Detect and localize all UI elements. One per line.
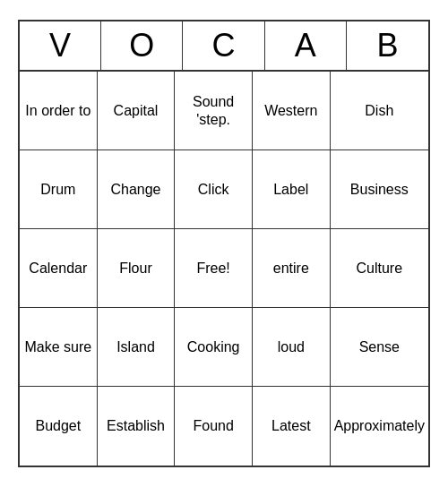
cell-text: Capital — [114, 102, 159, 119]
bingo-cell: Sound 'step. — [175, 72, 253, 150]
bingo-cell: Label — [253, 150, 331, 229]
bingo-cell: loud — [253, 308, 331, 387]
bingo-cell: Change — [98, 150, 176, 229]
cell-text: entire — [273, 260, 309, 277]
cell-text: Culture — [357, 260, 403, 277]
cell-text: Establish — [107, 417, 165, 434]
bingo-cell: Establish — [98, 387, 176, 466]
bingo-cell: Capital — [98, 72, 176, 150]
cell-text: Free! — [196, 260, 229, 277]
bingo-cell: Drum — [20, 150, 98, 229]
bingo-card: VOCAB In order toCapitalSound 'step.West… — [18, 20, 430, 467]
cell-text: Click — [198, 181, 229, 198]
bingo-cell: Dish — [331, 72, 428, 150]
header-cell: C — [183, 21, 264, 70]
bingo-cell: Island — [98, 308, 176, 387]
bingo-cell: Cooking — [175, 308, 253, 387]
cell-text: Budget — [35, 417, 81, 434]
cell-text: Drum — [40, 181, 75, 198]
cell-text: Found — [193, 417, 233, 434]
cell-text: Make sure — [24, 338, 91, 355]
bingo-cell: Culture — [331, 229, 428, 308]
bingo-cell: entire — [253, 229, 331, 308]
cell-text: Business — [350, 181, 409, 198]
cell-text: Calendar — [29, 260, 87, 277]
cell-text: Island — [116, 338, 155, 355]
header-cell: O — [101, 21, 183, 70]
cell-text: Sound 'step. — [178, 93, 248, 127]
bingo-cell: Make sure — [20, 308, 98, 387]
cell-text: Approximately — [334, 417, 425, 434]
cell-text: Western — [264, 102, 317, 119]
bingo-cell: Sense — [331, 308, 428, 387]
cell-text: Cooking — [187, 338, 240, 355]
cell-text: Flour — [119, 260, 151, 277]
bingo-cell: Found — [175, 387, 253, 466]
bingo-header: VOCAB — [20, 21, 428, 72]
bingo-cell: Calendar — [20, 229, 98, 308]
bingo-cell: Latest — [253, 387, 331, 466]
header-cell: V — [20, 21, 101, 70]
cell-text: Dish — [365, 102, 393, 119]
cell-text: In order to — [25, 102, 90, 119]
cell-text: Label — [273, 181, 308, 198]
header-cell: A — [265, 21, 347, 70]
bingo-cell: In order to — [20, 72, 98, 150]
bingo-grid: In order toCapitalSound 'step.WesternDis… — [20, 72, 428, 466]
bingo-cell: Business — [331, 150, 428, 229]
cell-text: Change — [110, 181, 160, 198]
bingo-cell: Western — [253, 72, 331, 150]
bingo-cell: Click — [175, 150, 253, 229]
header-cell: B — [347, 21, 428, 70]
bingo-cell: Flour — [98, 229, 176, 308]
cell-text: Sense — [359, 338, 400, 355]
bingo-cell: Free! — [175, 229, 253, 308]
cell-text: loud — [278, 338, 305, 355]
bingo-cell: Budget — [20, 387, 98, 466]
cell-text: Latest — [271, 417, 311, 434]
bingo-cell: Approximately — [331, 387, 428, 466]
